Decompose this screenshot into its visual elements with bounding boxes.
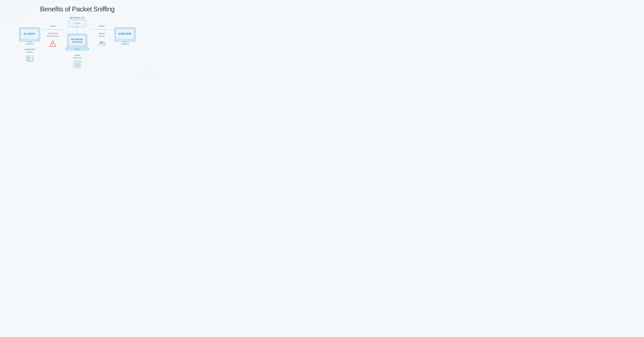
svg-text:CLIENT: CLIENT — [24, 32, 36, 36]
client-monitor: CLIENT — [19, 27, 40, 46]
svg-rect-27 — [27, 59, 29, 59]
svg-text:!: ! — [52, 42, 54, 46]
browser-icon — [26, 55, 34, 63]
svg-rect-21 — [26, 43, 34, 44]
left-description-label: Address End User Slowdowns — [47, 32, 59, 37]
svg-line-13 — [144, 74, 154, 81]
svg-text:SNIFFER: SNIFFER — [72, 41, 82, 43]
svg-rect-42 — [74, 61, 81, 68]
col-center: NETWORK TAP NETWORK SNIFFER — [63, 17, 92, 69]
diagram-layout: CLIENT Identify Root Causes — [0, 17, 154, 69]
col-left-middle: Packets Address End User Slowdowns ! — [42, 17, 63, 48]
svg-point-25 — [28, 56, 29, 57]
security-icon — [97, 40, 106, 48]
svg-rect-26 — [27, 58, 29, 58]
identify-root-causes-label: Identify Root Causes — [24, 48, 35, 54]
tap-dot-1 — [74, 23, 76, 24]
svg-rect-29 — [27, 60, 29, 61]
warning-icon: ! — [49, 40, 56, 48]
col-right-middle: Packets Improve Security — [92, 17, 112, 48]
right-packets-label: Packets — [99, 25, 105, 27]
col-client: CLIENT Identify Root Causes — [17, 17, 42, 63]
network-tap-device — [68, 20, 86, 27]
left-packets-label: Packets — [50, 25, 56, 27]
right-description-label: Improve Security — [99, 32, 105, 37]
page-title: Benefits of Packet Sniffing — [0, 0, 154, 17]
network-sniffer-laptop: NETWORK SNIFFER — [65, 34, 90, 54]
svg-text:NETWORK: NETWORK — [71, 38, 84, 41]
traffic-icon — [73, 60, 81, 69]
network-tap-label: NETWORK TAP — [70, 17, 84, 19]
svg-line-15 — [151, 80, 154, 81]
vertical-connection — [77, 27, 78, 34]
right-dotted-line — [92, 28, 112, 32]
col-server: SERVER — [112, 17, 138, 46]
svg-rect-59 — [121, 43, 129, 44]
svg-line-12 — [141, 70, 154, 81]
svg-rect-41 — [75, 49, 80, 50]
server-monitor: SERVER — [114, 27, 136, 46]
left-dotted-line — [42, 28, 63, 32]
svg-line-14 — [148, 76, 154, 81]
svg-line-11 — [138, 67, 154, 81]
svg-rect-28 — [27, 60, 29, 60]
analyze-traffic-label: Analyze Traffic Type — [73, 54, 82, 59]
tap-dot-2 — [77, 23, 78, 24]
svg-text:SERVER: SERVER — [118, 32, 132, 36]
svg-point-24 — [27, 56, 28, 57]
tap-dot-3 — [79, 23, 80, 24]
